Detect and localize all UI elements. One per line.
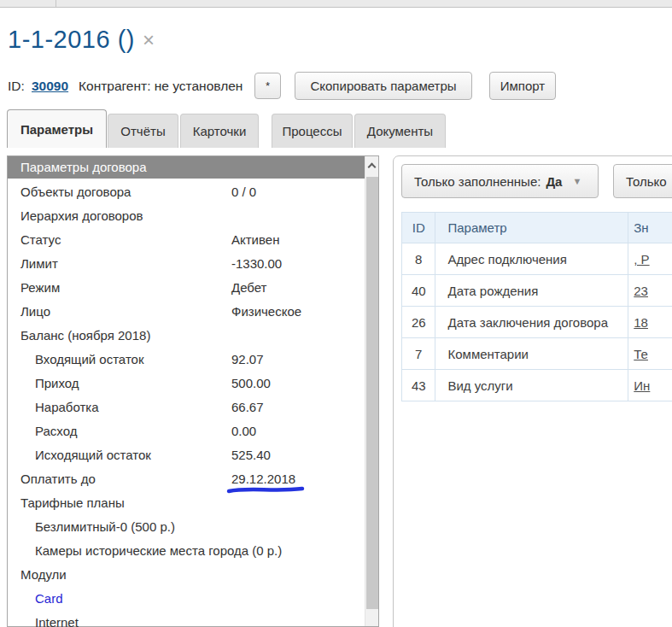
filter-second-dropdown[interactable]: Только [613, 164, 672, 198]
tab-dokumenty[interactable]: Документы [354, 114, 446, 148]
close-icon[interactable]: × [143, 30, 155, 50]
list-item[interactable]: Наработка66.67 [8, 396, 365, 419]
param-value-link[interactable]: 18 [634, 315, 648, 330]
tab-processy[interactable]: Процессы [272, 114, 353, 148]
params-list: Объекты договора0 / 0 Иерархия договоров… [8, 180, 365, 627]
dropdown-arrow-icon: ▼ [572, 176, 581, 186]
list-item[interactable]: РежимДебет [8, 276, 365, 300]
param-value-link[interactable]: Ин [634, 378, 650, 393]
col-header-id: ID [402, 213, 435, 243]
contract-params-panel: Параметры договора Объекты договора0 / 0… [7, 155, 379, 627]
chevron-up-icon [368, 163, 377, 172]
list-item[interactable]: Входящий остаток92.07 [8, 348, 365, 372]
list-item-group[interactable]: Баланс (ноября 2018) [8, 324, 365, 348]
param-value-link[interactable]: Те [634, 347, 648, 361]
scrollbar-thumb[interactable] [366, 177, 378, 609]
contract-id-link[interactable]: 30090 [32, 79, 68, 94]
module-item-internet[interactable]: Internet [8, 611, 365, 627]
list-item[interactable]: Лимит-1330.00 [8, 252, 365, 276]
list-item[interactable]: Безлимитный-0 (500 р.) [8, 515, 365, 539]
col-header-value: Зн [628, 213, 672, 243]
list-item[interactable]: Иерархия договоров [8, 204, 365, 228]
module-link-card[interactable]: Card [8, 587, 365, 611]
param-value-link[interactable]: 23 [634, 284, 648, 298]
contract-params-table: ID Параметр Зн 8 Адрес подключения , Р 4… [401, 212, 672, 401]
col-header-param: Параметр [435, 213, 628, 243]
contragent-star-button[interactable]: * [254, 73, 281, 99]
tab-otchety[interactable]: Отчёты [108, 114, 178, 148]
params-table-panel: Только заполненные: Да ▼ Только ID Парам… [393, 155, 672, 627]
scroll-up-button[interactable] [365, 156, 379, 175]
table-row[interactable]: 26 Дата заключения договора 18 [402, 307, 672, 338]
filter-filled-dropdown[interactable]: Только заполненные: Да ▼ [401, 164, 599, 198]
import-button[interactable]: Импорт [489, 72, 556, 100]
list-item[interactable]: Приход500.00 [8, 372, 365, 396]
list-item[interactable]: Исходящий остаток525.40 [8, 443, 365, 467]
list-item[interactable]: СтатусАктивен [8, 228, 365, 252]
list-item[interactable]: Расход0.00 [8, 419, 365, 443]
list-item[interactable]: ЛицоФизическое [8, 300, 365, 324]
id-label: ID: [8, 79, 25, 94]
copy-params-button[interactable]: Скопировать параметры [295, 72, 472, 100]
param-value-link[interactable]: , Р [634, 252, 649, 267]
top-strip-divider [56, 0, 56, 7]
list-item-group[interactable]: Модули [8, 563, 365, 587]
tab-kartochki[interactable]: Карточки [180, 114, 259, 148]
tab-parametry[interactable]: Параметры [7, 109, 107, 148]
list-item-group[interactable]: Тарифные планы [8, 491, 365, 515]
table-header-row: ID Параметр Зн [402, 213, 672, 243]
table-row[interactable]: 43 Вид услуги Ин [402, 370, 672, 401]
params-list-header[interactable]: Параметры договора [8, 156, 365, 179]
filter-filled-value: Да [546, 174, 562, 189]
table-row[interactable]: 7 Комментарии Те [402, 338, 672, 370]
page-title: 1-1-2016 () [8, 26, 135, 54]
list-item[interactable]: Камеры исторические места города (0 р.) [8, 539, 365, 563]
table-row[interactable]: 40 Дата рождения 23 [402, 275, 672, 307]
window-top-strip [0, 0, 672, 8]
table-row[interactable]: 8 Адрес подключения , Р [402, 243, 672, 275]
filter-filled-label: Только заполненные: [414, 174, 541, 189]
highlight-underline [226, 485, 305, 495]
list-item[interactable]: Объекты договора0 / 0 [8, 180, 365, 204]
contragent-text: Контрагент: не установлен [79, 79, 243, 94]
filter-second-label: Только [626, 174, 667, 189]
list-item-pay-until[interactable]: Оплатить до29.12.2018 [8, 467, 365, 491]
scrollbar-track[interactable] [365, 156, 378, 626]
